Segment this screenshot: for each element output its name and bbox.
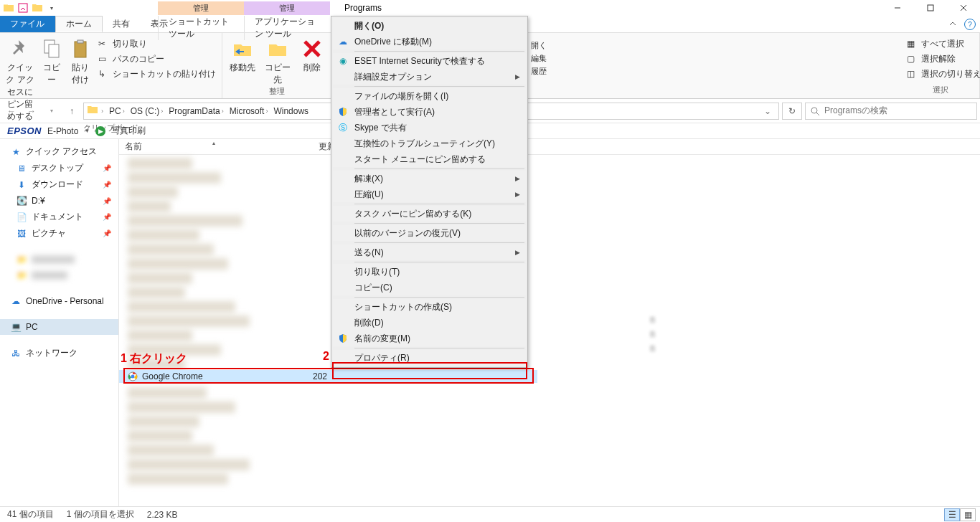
desktop-icon: 🖥 bbox=[16, 163, 27, 174]
svg-rect-7 bbox=[75, 42, 86, 57]
move-icon bbox=[231, 37, 254, 60]
sidebar-item-downloads[interactable]: ⬇ダウンロード📌 bbox=[0, 176, 118, 193]
select-all-button[interactable]: ▦すべて選択 bbox=[905, 37, 980, 51]
cm-zip[interactable]: 圧縮(U)▶ bbox=[333, 186, 526, 202]
cm-pin-taskbar[interactable]: タスク バーにピン留めする(K) bbox=[333, 206, 526, 222]
epson-dropdown-icon[interactable]: ▼ bbox=[84, 128, 90, 134]
tab-app-tools[interactable]: アプリケーション ツール bbox=[244, 16, 330, 40]
close-button[interactable] bbox=[947, 0, 980, 16]
cloud-icon: ☁ bbox=[10, 295, 22, 307]
sidebar-item-desktop[interactable]: 🖥デスクトップ📌 bbox=[0, 160, 118, 176]
search-box[interactable]: Programsの検索 bbox=[805, 103, 977, 120]
tab-shortcut-tools[interactable]: ショートカット ツール bbox=[158, 16, 244, 40]
epson-photo-print[interactable]: 写真印刷 bbox=[111, 125, 146, 137]
edit-peek[interactable]: 編集 bbox=[531, 53, 547, 64]
svg-line-12 bbox=[816, 113, 819, 115]
status-size: 2.23 KB bbox=[147, 510, 178, 520]
cm-copy[interactable]: コピー(C) bbox=[333, 280, 526, 295]
tab-home[interactable]: ホーム bbox=[55, 16, 103, 32]
cm-compat[interactable]: 互換性のトラブルシューティング(Y) bbox=[333, 136, 526, 151]
address-dropdown-icon[interactable]: ⌄ bbox=[760, 106, 776, 116]
cm-delete[interactable]: 削除(D) bbox=[333, 315, 526, 331]
sidebar-item-documents[interactable]: 📄ドキュメント📌 bbox=[0, 209, 118, 225]
refresh-button[interactable]: ↻ bbox=[782, 103, 802, 120]
epson-green-icon[interactable]: ▶ bbox=[95, 126, 105, 136]
annotation-1: 1 右クリック bbox=[121, 351, 187, 366]
status-selected: 1 個の項目を選択 bbox=[67, 508, 134, 521]
back-button[interactable]: ← bbox=[3, 103, 20, 120]
crumb-windows[interactable]: Windows bbox=[270, 106, 311, 116]
open-peek[interactable]: 開く bbox=[531, 40, 547, 51]
cm-pin-start[interactable]: スタート メニューにピン留めする bbox=[333, 151, 526, 167]
navigation-pane: ★クイック アクセス 🖥デスクトップ📌 ⬇ダウンロード📌 💽D:¥📌 📄ドキュメ… bbox=[0, 139, 119, 506]
status-item-count: 41 個の項目 bbox=[7, 508, 54, 521]
copy-button[interactable]: コピー bbox=[40, 37, 63, 86]
invert-selection-button[interactable]: ◫選択の切り替え bbox=[905, 67, 980, 81]
submenu-arrow-icon: ▶ bbox=[515, 249, 520, 256]
paste-icon bbox=[69, 37, 92, 60]
qat-properties-icon[interactable] bbox=[17, 2, 29, 14]
up-button[interactable]: ↑ bbox=[63, 103, 80, 120]
crumb-microsoft[interactable]: Microsoft› bbox=[227, 106, 271, 116]
maximize-button[interactable] bbox=[914, 0, 947, 16]
qat-new-folder-icon[interactable] bbox=[32, 2, 43, 14]
crumb-chevron[interactable]: › bbox=[98, 108, 106, 115]
col-name[interactable]: 名前▴ bbox=[119, 141, 313, 153]
minimize-button[interactable] bbox=[881, 0, 914, 16]
sidebar-item-pictures[interactable]: 🖼ピクチャ📌 bbox=[0, 225, 118, 242]
select-none-button[interactable]: ▢選択解除 bbox=[905, 52, 980, 66]
file-list-area: 名前▴ 更新 B B B Google C bbox=[119, 139, 980, 506]
cm-skype[interactable]: ⓈSkype で共有 bbox=[333, 120, 526, 136]
paste-button[interactable]: 貼り付け bbox=[67, 37, 93, 86]
sidebar-item-quick-access[interactable]: ★クイック アクセス bbox=[0, 143, 118, 160]
crumb-c[interactable]: OS (C:)› bbox=[128, 106, 166, 116]
pc-icon: 💻 bbox=[10, 321, 22, 333]
cm-cut[interactable]: 切り取り(T) bbox=[333, 264, 526, 280]
contextual-tab-shortcut[interactable]: 管理 bbox=[158, 1, 244, 15]
move-to-button[interactable]: 移動先 bbox=[227, 37, 258, 74]
view-details-button[interactable]: ☰ bbox=[944, 508, 960, 521]
tab-share[interactable]: 共有 bbox=[103, 16, 141, 32]
qat-dropdown-icon[interactable]: ▾ bbox=[46, 2, 57, 14]
contextual-tab-app[interactable]: 管理 bbox=[244, 1, 330, 15]
svg-rect-2 bbox=[928, 5, 933, 11]
shield-icon bbox=[337, 106, 349, 118]
sidebar-item-onedrive[interactable]: ☁OneDrive - Personal bbox=[0, 293, 118, 309]
select-group-label: 選択 bbox=[905, 85, 975, 97]
history-dropdown[interactable]: ▾ bbox=[43, 103, 60, 120]
cm-adv-opts[interactable]: 詳細設定オプション▶ bbox=[333, 69, 526, 85]
cm-unzip[interactable]: 解凍(X)▶ bbox=[333, 171, 526, 186]
history-peek[interactable]: 履歴 bbox=[531, 66, 547, 77]
copy-path-button[interactable]: ▭パスのコピー bbox=[97, 52, 217, 66]
status-bar: 41 個の項目 1 個の項目を選択 2.23 KB ☰ ▦ bbox=[0, 506, 980, 522]
sidebar-item-pc[interactable]: 💻PC bbox=[0, 319, 118, 335]
cm-rename[interactable]: 名前の変更(M) bbox=[333, 331, 526, 346]
copy-to-button[interactable]: コピー先 bbox=[263, 37, 294, 86]
cm-onedrive[interactable]: ☁OneDrive に移動(M) bbox=[333, 34, 526, 49]
select-none-icon: ▢ bbox=[907, 54, 918, 65]
address-folder-icon bbox=[87, 104, 98, 118]
cm-run-admin[interactable]: 管理者として実行(A) bbox=[333, 104, 526, 120]
cm-open-loc[interactable]: ファイルの場所を開く(I) bbox=[333, 88, 526, 104]
ribbon-toggle-icon[interactable] bbox=[947, 19, 958, 30]
window-title: Programs bbox=[344, 3, 382, 13]
cm-open[interactable]: 開く(O) bbox=[333, 18, 526, 34]
cm-prev-ver[interactable]: 以前のバージョンの復元(V) bbox=[333, 225, 526, 241]
cm-create-shortcut[interactable]: ショートカットの作成(S) bbox=[333, 299, 526, 315]
delete-button[interactable]: 削除 bbox=[298, 37, 326, 74]
view-large-icons-button[interactable]: ▦ bbox=[960, 508, 976, 521]
invert-icon: ◫ bbox=[907, 69, 918, 80]
cm-eset[interactable]: ◉ESET Internet Securityで検査する bbox=[333, 53, 526, 69]
sidebar-item-d-drive[interactable]: 💽D:¥📌 bbox=[0, 193, 118, 209]
crumb-programdata[interactable]: ProgramData› bbox=[166, 106, 226, 116]
sidebar-item-network[interactable]: 🖧ネットワーク bbox=[0, 345, 118, 361]
tab-file[interactable]: ファイル bbox=[0, 16, 55, 32]
cloud-icon: ☁ bbox=[337, 36, 349, 47]
search-icon bbox=[810, 106, 820, 116]
paste-shortcut-button[interactable]: ↳ショートカットの貼り付け bbox=[97, 67, 217, 81]
column-headers[interactable]: 名前▴ 更新 bbox=[119, 139, 980, 155]
crumb-pc[interactable]: PC› bbox=[106, 106, 128, 116]
help-icon[interactable]: ? bbox=[964, 19, 976, 30]
forward-button[interactable]: → bbox=[23, 103, 40, 120]
cm-send-to[interactable]: 送る(N)▶ bbox=[333, 245, 526, 260]
